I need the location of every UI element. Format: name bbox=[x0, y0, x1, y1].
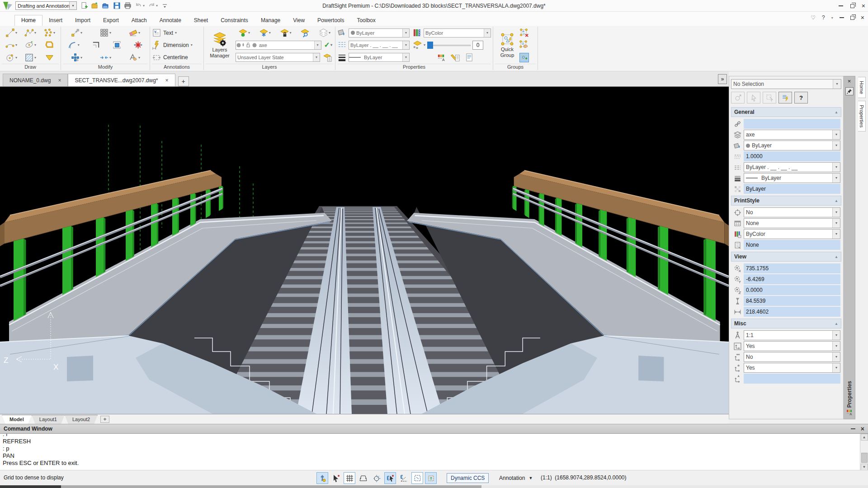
tab-import[interactable]: Import bbox=[69, 15, 97, 26]
close-icon[interactable]: × bbox=[58, 77, 61, 84]
tab-constraints[interactable]: Constraints bbox=[214, 15, 255, 26]
centerline-tool[interactable]: Centerline bbox=[152, 52, 202, 63]
layer-dropdown[interactable]: axe▾ bbox=[744, 130, 840, 140]
weld-tool[interactable] bbox=[132, 39, 144, 51]
document-icon[interactable] bbox=[465, 53, 474, 62]
line-weight-dropdown[interactable]: ByLayer▾ bbox=[744, 173, 840, 183]
palette-tab-properties[interactable]: Properties bbox=[858, 101, 866, 131]
command-window-header[interactable]: Command Window × bbox=[0, 424, 868, 433]
fill-color-dropdown[interactable]: ByColor▾ bbox=[424, 28, 491, 38]
layers-manager-button[interactable]: Layers Manager bbox=[206, 27, 234, 64]
palette-tab-home[interactable]: Home bbox=[858, 77, 866, 98]
minimize-button[interactable] bbox=[839, 5, 843, 6]
delete-tool[interactable]: ▾ bbox=[127, 27, 141, 39]
active-layer-dropdown[interactable]: axe ▾ bbox=[236, 41, 321, 50]
customize-qat-button[interactable] bbox=[161, 2, 169, 9]
selection-dropdown[interactable]: No Selection▾ bbox=[731, 79, 841, 89]
layer-preview-tool[interactable] bbox=[299, 27, 311, 39]
collapse-icon[interactable]: ▲ bbox=[835, 199, 838, 203]
scroll-thumb[interactable] bbox=[861, 453, 868, 463]
dynamic-ccs-button[interactable]: Dynamic CCS bbox=[447, 473, 489, 483]
pattern-tool[interactable]: ▾ bbox=[99, 27, 112, 39]
new-file-button[interactable] bbox=[80, 2, 88, 9]
section-view[interactable]: View▲ bbox=[731, 252, 841, 262]
tab-sheet[interactable]: Sheet bbox=[188, 15, 214, 26]
close-button[interactable]: × bbox=[862, 3, 865, 9]
line-weight-dropdown[interactable]: ByLayer▾ bbox=[349, 53, 410, 62]
hatch-tool[interactable]: ▾ bbox=[21, 52, 40, 63]
stretch-tool[interactable]: ▾ bbox=[70, 52, 83, 63]
ucs-icon-dropdown[interactable]: Yes▾ bbox=[744, 341, 840, 351]
etrack-toggle[interactable] bbox=[398, 472, 410, 484]
doc-close-button[interactable]: × bbox=[861, 15, 864, 20]
section-misc[interactable]: Misc▲ bbox=[731, 319, 841, 328]
solid-tool[interactable] bbox=[40, 52, 59, 63]
save-button[interactable] bbox=[113, 2, 121, 9]
line-style-dropdown[interactable]: ByLayer . __ . __ . __▾ bbox=[744, 162, 840, 172]
line-style-dropdown[interactable]: ByLayer . __ . __ . __▾ bbox=[349, 41, 410, 50]
notes-icon[interactable] bbox=[451, 53, 460, 62]
layer-state-dropdown[interactable]: Unsaved Layer State ▾ bbox=[236, 53, 320, 62]
print-sheet-field[interactable]: None bbox=[744, 240, 840, 250]
entity-frame-toggle[interactable] bbox=[411, 472, 423, 484]
printstyle-dropdown[interactable]: No▾ bbox=[744, 207, 840, 217]
drawing-canvas[interactable]: Z X bbox=[0, 87, 729, 414]
view-center-z-field[interactable]: 0.0000 bbox=[744, 285, 840, 295]
doc-tab-noname[interactable]: NONAME_0.dwg× bbox=[3, 74, 68, 86]
ungroup-button[interactable] bbox=[519, 28, 529, 38]
print-color-dropdown[interactable]: ByColor▾ bbox=[744, 229, 840, 239]
model-tab[interactable]: Model bbox=[2, 415, 32, 424]
panel-close-button[interactable]: × bbox=[848, 78, 851, 84]
chevron-down-icon[interactable]: ▾ bbox=[143, 4, 145, 8]
restore-button[interactable] bbox=[850, 4, 854, 8]
layer-freeze-tool[interactable]: ▾ bbox=[258, 27, 272, 39]
chevron-down-icon[interactable]: ▾ bbox=[831, 16, 833, 20]
annotation-monitor-icon[interactable] bbox=[437, 53, 446, 62]
polar-toggle[interactable] bbox=[371, 472, 382, 484]
point-tool[interactable]: ▾ bbox=[40, 27, 59, 39]
trim-tool[interactable] bbox=[90, 39, 102, 51]
annotation-scale-dropdown[interactable]: 1:1▾ bbox=[744, 330, 840, 340]
grid-snap-toggle[interactable] bbox=[330, 472, 342, 484]
polyline-tool[interactable]: ▾ bbox=[21, 27, 40, 39]
layer-states-tool[interactable]: ▾ bbox=[318, 27, 331, 39]
snap-toggle[interactable] bbox=[316, 472, 328, 484]
text-tool[interactable]: Text▾ bbox=[152, 27, 202, 39]
ucs-viewport-dropdown[interactable]: Yes▾ bbox=[744, 363, 840, 373]
visual-style-field[interactable] bbox=[744, 374, 840, 384]
tab-annotate[interactable]: Annotate bbox=[153, 15, 188, 26]
group-toggle-button[interactable] bbox=[519, 53, 529, 62]
tab-home[interactable]: Home bbox=[14, 15, 42, 26]
transparency-value[interactable]: 0 bbox=[472, 41, 483, 50]
ccs-box-toggle[interactable] bbox=[425, 472, 437, 484]
tab-attach[interactable]: Attach bbox=[125, 15, 153, 26]
collapse-icon[interactable]: ▲ bbox=[835, 255, 838, 259]
layer-lock-tool[interactable]: ▾ bbox=[279, 27, 292, 39]
line-tool[interactable]: ▾ bbox=[2, 27, 21, 39]
ortho-toggle[interactable] bbox=[357, 472, 369, 484]
esnap-toggle[interactable] bbox=[384, 472, 396, 484]
command-minimize-button[interactable] bbox=[851, 428, 855, 429]
doc-minimize-button[interactable] bbox=[840, 17, 844, 18]
panel-pin-button[interactable] bbox=[845, 87, 854, 95]
edit-group-button[interactable] bbox=[519, 40, 529, 50]
layer-state-manager-icon[interactable] bbox=[322, 52, 333, 63]
select-add-button[interactable] bbox=[763, 92, 776, 103]
scroll-down-icon[interactable]: ▼ bbox=[861, 464, 868, 470]
tab-manage[interactable]: Manage bbox=[255, 15, 287, 26]
chevron-down-icon[interactable]: ▾ bbox=[314, 41, 321, 49]
command-close-button[interactable]: × bbox=[861, 426, 864, 432]
line-color-dropdown[interactable]: ByLayer▾ bbox=[744, 141, 840, 150]
feedback-heart-icon[interactable]: ♡ bbox=[811, 14, 816, 21]
view-center-y-field[interactable]: -6.4269 bbox=[744, 274, 840, 284]
select-group-button[interactable] bbox=[731, 92, 745, 103]
chevron-down-icon[interactable]: ▾ bbox=[313, 53, 320, 61]
open-file-button[interactable] bbox=[91, 2, 99, 9]
arc-tool[interactable]: ▾ bbox=[2, 39, 21, 51]
circle-tool[interactable]: ▾ bbox=[2, 52, 21, 63]
chevron-down-icon[interactable]: ▾ bbox=[833, 80, 841, 89]
panel-collapse-button[interactable]: » bbox=[718, 74, 727, 84]
new-doc-tab-button[interactable]: + bbox=[178, 76, 189, 86]
view-height-field[interactable]: 84.5539 bbox=[744, 296, 840, 306]
undo-button[interactable]: ▾ bbox=[135, 2, 145, 9]
